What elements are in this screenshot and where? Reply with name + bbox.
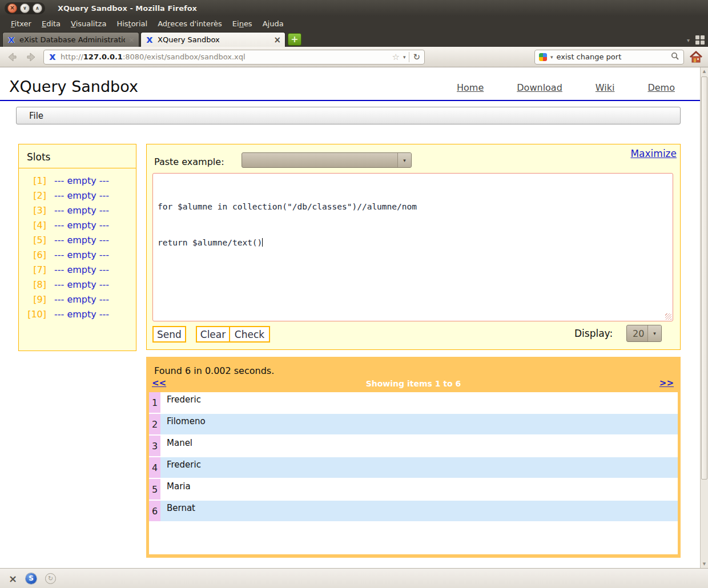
result-row-number: 1	[149, 392, 160, 413]
slot-row: [1]--- empty ---	[19, 174, 136, 188]
slot-label: --- empty ---	[54, 174, 109, 188]
nav-link-home[interactable]: Home	[457, 82, 484, 93]
bookmark-star-icon[interactable]: ☆	[392, 52, 399, 62]
accesskey-underline: t	[128, 19, 131, 28]
window-titlebar: × ∨ ∧ XQuery Sandbox - Mozilla Firefox	[0, 0, 708, 16]
slot-number-link[interactable]: [7]	[19, 263, 46, 277]
statusbar-s-addon-icon[interactable]: S	[26, 573, 37, 584]
search-engine-dropdown-icon[interactable]: ▾	[550, 54, 553, 60]
menubar-item[interactable]: Adreces d'interès	[152, 17, 227, 30]
back-button[interactable]	[5, 50, 19, 64]
menubar-item[interactable]: Fitxer	[6, 17, 37, 30]
page-content: XQuery Sandbox HomeDownloadWikiDemo File…	[0, 67, 700, 568]
next-page-link[interactable]: >>	[659, 378, 674, 388]
paste-example-label: Paste example:	[154, 156, 224, 167]
page-title: XQuery Sandbox	[9, 78, 138, 95]
scroll-down-icon[interactable]: ▼	[701, 562, 708, 566]
browser-window: × ∨ ∧ XQuery Sandbox - Mozilla Firefox F…	[0, 0, 708, 588]
slot-number-link[interactable]: [6]	[19, 248, 46, 263]
statusbar-close-icon[interactable]: ×	[9, 573, 17, 585]
window-minimize-icon[interactable]: ∨	[20, 3, 30, 13]
slot-number-link[interactable]: [4]	[19, 218, 46, 233]
google-search-engine-icon[interactable]	[539, 53, 547, 61]
window-maximize-icon[interactable]: ∧	[33, 3, 42, 13]
forward-button[interactable]	[24, 50, 39, 64]
slot-number-link[interactable]: [10]	[19, 307, 46, 322]
menubar-item[interactable]: Eines	[227, 17, 258, 30]
slot-number-link[interactable]: [9]	[19, 292, 46, 307]
slot-label: --- empty ---	[54, 248, 109, 263]
tab-groups-icon[interactable]	[695, 35, 705, 45]
result-row-number: 4	[149, 457, 160, 478]
nav-link-wiki[interactable]: Wiki	[596, 82, 615, 93]
file-menu-bar[interactable]: File	[16, 107, 681, 124]
slot-number-link[interactable]: [5]	[19, 233, 46, 248]
window-buttons: × ∨ ∧	[5, 2, 45, 14]
window-title: XQuery Sandbox - Mozilla Firefox	[58, 4, 197, 13]
new-tab-button[interactable]: +	[288, 33, 301, 46]
showing-items-label: Showing items 1 to 6	[146, 379, 681, 388]
result-row-name: Filomeno	[160, 414, 206, 434]
scrollbar-thumb[interactable]	[701, 76, 707, 480]
url-host: 127.0.0.1	[83, 53, 123, 61]
tab-close-icon[interactable]: ×	[273, 35, 281, 45]
search-magnifier-icon[interactable]	[671, 52, 679, 62]
page-nav-links: HomeDownloadWikiDemo	[457, 82, 675, 93]
search-input[interactable]: exist change port	[557, 53, 667, 61]
tabbar: X eXist Database Administration × X XQue…	[0, 31, 708, 47]
result-row: 4Frederic	[149, 457, 678, 478]
accesskey-underline: r	[167, 19, 170, 28]
nav-link-demo[interactable]: Demo	[647, 82, 675, 93]
slot-row: [10]--- empty ---	[19, 307, 136, 322]
slot-label: --- empty ---	[54, 233, 109, 248]
scroll-up-icon[interactable]: ▲	[701, 69, 708, 74]
tabbar-right-controls: ▾	[687, 35, 705, 45]
result-row: 3Manel	[149, 436, 678, 456]
slots-list: [1]--- empty ---[2]--- empty ---[3]--- e…	[19, 168, 136, 322]
slot-label: --- empty ---	[54, 218, 109, 233]
maximize-link[interactable]: Maximize	[630, 148, 677, 159]
url-divider	[409, 52, 409, 62]
send-button[interactable]: Send	[152, 326, 186, 343]
paste-example-select[interactable]: ▾	[242, 152, 412, 168]
menubar-item[interactable]: Ajuda	[258, 17, 289, 30]
slot-label: --- empty ---	[54, 307, 109, 322]
slot-label: --- empty ---	[54, 263, 109, 277]
slot-number-link[interactable]: [8]	[19, 277, 46, 292]
reload-icon[interactable]: ↻	[413, 52, 420, 62]
url-dropdown-icon[interactable]: ▾	[403, 54, 406, 60]
tab-xquery-sandbox[interactable]: X XQuery Sandbox ×	[140, 32, 285, 47]
slot-number-link[interactable]: [1]	[19, 174, 46, 188]
slot-row: [7]--- empty ---	[19, 263, 136, 277]
tab-exist-database-administration[interactable]: X eXist Database Administration ×	[2, 32, 139, 47]
result-row-number: 3	[149, 436, 160, 456]
search-bar[interactable]: ▾ exist change port	[534, 50, 684, 65]
menubar-item[interactable]: Visualitza	[66, 17, 111, 30]
query-textarea[interactable]: for $alumne in collection("/db/classes")…	[152, 173, 673, 321]
window-close-icon[interactable]: ×	[7, 3, 17, 13]
statusbar-reload-icon[interactable]: ↻	[45, 573, 56, 584]
page-scrollbar[interactable]: ▲ ▼	[700, 67, 708, 568]
result-row: 2Filomeno	[149, 414, 678, 434]
slot-label: --- empty ---	[54, 292, 109, 307]
slot-number-link[interactable]: [3]	[19, 203, 46, 218]
tab-list-dropdown-icon[interactable]: ▾	[687, 37, 690, 43]
home-button[interactable]	[689, 50, 703, 64]
nav-link-download[interactable]: Download	[517, 82, 562, 93]
url-bar[interactable]: X http://127.0.0.1:8080/exist/sandbox/sa…	[43, 50, 425, 65]
select-caret-icon: ▾	[647, 325, 661, 341]
header-divider	[0, 100, 700, 101]
clear-button[interactable]: Clear	[196, 326, 230, 343]
resize-grip[interactable]	[665, 313, 671, 320]
file-menu-label[interactable]: File	[29, 111, 43, 121]
result-row: 5Maria	[149, 479, 678, 500]
result-row-number: 5	[149, 479, 160, 500]
display-count-select[interactable]: 20 ▾	[626, 325, 662, 342]
check-button[interactable]: Check	[229, 326, 270, 343]
slot-label: --- empty ---	[54, 277, 109, 292]
menubar-item[interactable]: Historial	[111, 17, 152, 30]
menubar-item[interactable]: Edita	[37, 17, 66, 30]
tab-close-icon[interactable]: ×	[128, 35, 135, 44]
result-row-number: 6	[149, 501, 160, 521]
slot-number-link[interactable]: [2]	[19, 188, 46, 203]
